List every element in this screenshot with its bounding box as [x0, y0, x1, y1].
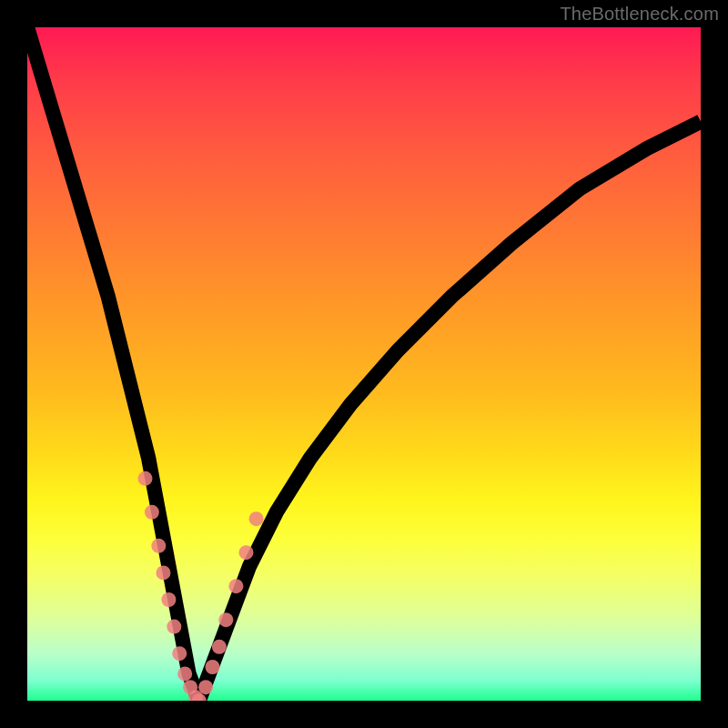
watermark-text: TheBottleneck.com — [560, 4, 719, 25]
sample-point — [228, 579, 243, 593]
sample-point — [145, 505, 159, 520]
sample-point — [138, 471, 153, 486]
sample-point — [156, 565, 170, 580]
sample-point — [167, 620, 181, 634]
plot-area — [27, 27, 701, 701]
sample-point — [206, 660, 220, 674]
chart-svg — [27, 27, 701, 701]
sample-point — [172, 646, 187, 661]
sample-point — [218, 612, 233, 627]
sample-point — [239, 545, 254, 560]
sample-point — [151, 539, 166, 553]
sample-point — [249, 511, 264, 526]
chart-frame: TheBottleneck.com — [0, 0, 728, 728]
bottleneck-curve — [27, 27, 701, 701]
sample-point — [177, 666, 192, 681]
sample-point — [212, 640, 227, 654]
sample-point — [198, 680, 213, 694]
sample-point — [161, 592, 176, 607]
